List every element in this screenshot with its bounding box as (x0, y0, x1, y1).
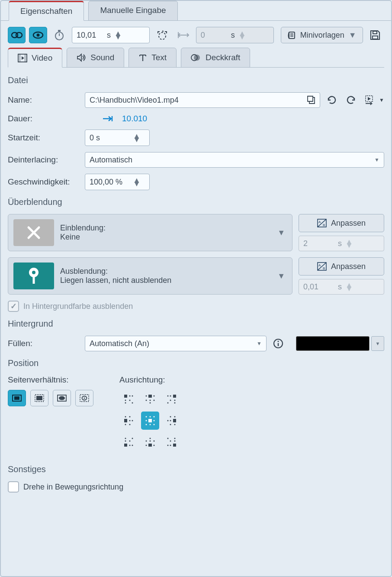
duration-value[interactable] (77, 31, 107, 40)
deinterlace-value: Automatisch (90, 156, 132, 165)
adjust-fadeout-button[interactable]: AB Anpassen (299, 257, 384, 276)
fade-in-label: Einblendung: (60, 224, 271, 233)
start-label: Startzeit: (8, 133, 85, 143)
section-background: Hintergrund (8, 319, 384, 329)
width-arrows-icon[interactable] (174, 27, 192, 43)
starttime-value[interactable] (90, 133, 133, 143)
starttime-input[interactable]: ▲▼ (85, 130, 150, 146)
svg-point-107 (167, 438, 169, 439)
align-bottom-left[interactable] (119, 433, 138, 451)
svg-point-103 (174, 441, 176, 442)
rotate-ccw-icon[interactable] (325, 93, 339, 107)
fill-select[interactable]: Automatisch (An) ▼ (85, 336, 267, 351)
svg-point-44 (129, 395, 131, 397)
svg-point-72 (146, 416, 147, 418)
fade-out-selector[interactable]: Ausblendung: Liegen lassen, nicht ausble… (8, 257, 292, 295)
aspect-stretch[interactable] (53, 390, 71, 406)
aspect-crop[interactable] (30, 390, 48, 406)
svg-point-55 (154, 400, 155, 401)
svg-point-52 (154, 395, 155, 397)
align-bottom-right[interactable] (163, 433, 181, 451)
align-top-left[interactable] (119, 390, 138, 408)
svg-rect-94 (148, 444, 152, 447)
info-icon[interactable] (271, 336, 286, 351)
aspect-keep[interactable] (8, 390, 26, 406)
filename-input[interactable]: C:\Handbuch\Video1.mp4 (85, 92, 320, 108)
minitemplates-button[interactable]: Minivorlagen ▼ (281, 27, 363, 43)
svg-point-56 (150, 402, 151, 404)
templates-icon (287, 31, 296, 39)
deinterlace-select[interactable]: Automatisch ▼ (85, 152, 384, 168)
export-play-icon[interactable] (363, 93, 377, 107)
tab-properties[interactable]: Eigenschaften (9, 1, 84, 21)
fade-in-selector[interactable]: Einblendung: Keine ▼ (8, 214, 292, 251)
align-middle-right[interactable] (163, 412, 181, 430)
svg-point-81 (174, 416, 176, 418)
spinner-arrows[interactable]: ▲▼ (133, 178, 141, 185)
fade-in-value: Keine (60, 233, 271, 242)
svg-point-74 (154, 416, 155, 418)
folder-open-icon[interactable] (307, 95, 315, 105)
chevron-down-icon: ▼ (349, 31, 357, 40)
svg-point-1 (16, 32, 22, 38)
color-picker-dropdown[interactable]: ▼ (371, 336, 384, 351)
svg-rect-57 (173, 395, 176, 398)
svg-point-21 (194, 55, 200, 61)
speed-value[interactable] (90, 178, 133, 187)
rotate-label: Drehe in Bewegungsrichtung (23, 483, 123, 492)
svg-point-70 (132, 420, 133, 421)
duration-unit: s (107, 31, 111, 40)
tab-label: Text (151, 53, 167, 62)
svg-point-96 (154, 445, 155, 446)
fadeout-time-value (303, 282, 338, 292)
chevron-down-icon: ▼ (277, 228, 285, 237)
spinner-arrows[interactable]: ▲▼ (133, 134, 141, 141)
duration-input[interactable]: s ▲▼ (72, 27, 150, 43)
fade-out-thumb (13, 263, 54, 289)
deinterlace-label: Deinterlacing: (8, 155, 85, 165)
aspect-fit[interactable] (75, 390, 93, 406)
svg-point-63 (167, 402, 169, 404)
duration-value[interactable]: 10.010 (122, 114, 147, 123)
tab-sound[interactable]: Sound (67, 48, 124, 68)
spinner-arrows[interactable]: ▲▼ (114, 32, 122, 39)
ab-icon: AB (317, 219, 327, 227)
chevron-down-icon[interactable]: ▼ (379, 97, 384, 103)
spinner-arrows: ▲▼ (345, 283, 353, 290)
svg-point-102 (174, 438, 176, 439)
svg-point-92 (129, 441, 131, 442)
svg-point-89 (125, 441, 126, 442)
align-label: Ausrichtung: (119, 375, 181, 385)
stopwatch-icon[interactable] (51, 27, 68, 43)
align-top-right[interactable] (163, 390, 181, 408)
svg-point-76 (154, 420, 155, 421)
chevron-down-icon: ▼ (374, 157, 379, 163)
fade-out-label: Ausblendung: (60, 267, 271, 276)
svg-rect-87 (124, 444, 127, 447)
tab-opacity[interactable]: Deckkraft (181, 48, 250, 68)
speed-input[interactable]: ▲▼ (85, 174, 150, 190)
svg-point-88 (125, 438, 126, 439)
adjust-fadein-button[interactable]: AB Anpassen (299, 214, 384, 232)
align-middle-center[interactable] (141, 412, 159, 430)
visibility-linked-icon[interactable] (8, 27, 26, 43)
fade-in-thumb (13, 219, 54, 246)
save-icon[interactable] (366, 27, 384, 43)
svg-point-68 (129, 420, 131, 421)
ab-icon: AB (317, 262, 327, 271)
svg-point-75 (146, 420, 147, 421)
tab-text[interactable]: Text (129, 48, 177, 68)
svg-rect-50 (148, 395, 152, 398)
adjust-label: Anpassen (331, 262, 366, 271)
tab-manual-input[interactable]: Manuelle Eingabe (88, 1, 177, 21)
background-color-swatch[interactable] (296, 336, 370, 351)
rotate-cw-icon[interactable] (344, 93, 358, 107)
arrow-to-end-icon (102, 115, 113, 123)
eye-icon[interactable] (29, 27, 47, 43)
align-bottom-center[interactable] (141, 433, 159, 451)
rotate-direction-checkbox[interactable] (8, 481, 19, 493)
auto-time-icon[interactable]: ✦ (153, 27, 171, 43)
align-middle-left[interactable] (119, 412, 138, 430)
align-top-center[interactable] (141, 390, 159, 408)
tab-video[interactable]: Video (8, 48, 62, 68)
